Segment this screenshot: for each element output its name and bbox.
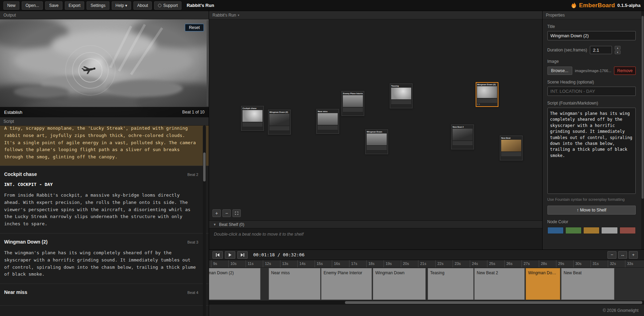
reset-button[interactable]: Reset	[185, 24, 204, 31]
timeline: 00:01:18 / 00:32:06 − ↔ + 9s10s11s12s13s…	[209, 249, 644, 316]
timeline-clips-track[interactable]: Wingman Down (2)Near missEnemy Plane Int…	[209, 268, 644, 300]
duration-decrement-button[interactable]: ▼	[615, 50, 621, 54]
node-color-swatch-blue[interactable]	[547, 227, 564, 234]
browse-button[interactable]: Browse...	[547, 67, 572, 75]
timeline-clip-wingman-down-2[interactable]: Wingman Down (2)	[526, 268, 560, 300]
beat-node-wingman-down[interactable]: Wingman Down	[365, 129, 388, 154]
clip-label: New Beat 2	[477, 270, 522, 275]
properties-scrollbar-thumb[interactable]	[642, 16, 644, 199]
script-area[interactable]: A tiny, scrappy monoplane, the 'Lucky St…	[0, 126, 209, 316]
timeline-zoom-in-button[interactable]: +	[629, 251, 638, 259]
beat-node-new-beat[interactable]: New Beat	[500, 136, 523, 160]
scene-heading-label: Scene Heading (optional)	[547, 80, 636, 85]
properties-panel: Properties Title Duration (sec.frames) ▲…	[543, 11, 644, 249]
node-canvas[interactable]: Cockpit chaseWingman Down (2)Near missEn…	[209, 19, 542, 220]
properties-scrollbar[interactable]	[641, 11, 644, 249]
move-to-shelf-button[interactable]: ↑ Move to Shelf	[547, 206, 636, 215]
skip-back-button[interactable]	[212, 251, 223, 259]
output-script-panel: Output	[0, 11, 209, 316]
menu-button-label: Open...	[26, 3, 39, 8]
beat-node-new-beat-2[interactable]: New Beat 2	[451, 125, 474, 149]
menu-button-save[interactable]: Save	[45, 1, 62, 10]
timeline-clip-wingman-down[interactable]: Wingman Down	[373, 268, 426, 300]
timeline-zoom-out-button[interactable]: −	[607, 251, 616, 259]
beat-node-wingman-down-2[interactable]: Wingman Down (2)2.1	[476, 82, 498, 107]
node-color-swatch-green[interactable]	[565, 227, 582, 234]
node-thumbnail	[269, 114, 289, 126]
play-button[interactable]	[225, 251, 235, 259]
copyright-text: © 2026 Gnomelight	[603, 308, 638, 313]
ruler-tick-18s: 18s	[366, 260, 375, 268]
node-thumbnail	[318, 113, 338, 125]
node-title: Wingman Down (2)	[269, 111, 289, 113]
beat-node-wingman-down-2[interactable]: Wingman Down (2)	[268, 110, 291, 135]
chevron-down-icon: ▾	[238, 13, 239, 17]
ruler-tick-32s: 32s	[608, 260, 616, 268]
transport-bar: 00:01:18 / 00:32:06 − ↔ +	[209, 250, 644, 260]
script-beat-near-miss[interactable]: Near missBeat 4	[0, 284, 209, 306]
ruler-tick-16s: 16s	[332, 260, 340, 268]
node-title: New Beat	[501, 137, 521, 139]
ruler-tick-13s: 13s	[280, 260, 288, 268]
script-beat-cockpit-chase[interactable]: Cockpit chaseBeat 2INT. COCKPIT - DAYFro…	[0, 166, 209, 234]
script-beat-establish[interactable]: A tiny, scrappy monoplane, the 'Lucky St…	[0, 126, 209, 166]
timeline-clip-enemy-plane-interior[interactable]: Enemy Plane Interior	[321, 268, 372, 300]
beat-node-teasing[interactable]: Teasing	[390, 83, 413, 108]
menu-button-open[interactable]: Open...	[22, 1, 43, 10]
ruler-tick-22s: 22s	[435, 260, 444, 268]
menu-button-about[interactable]: About	[133, 1, 152, 10]
graph-header[interactable]: Rabbit's Run ▾	[209, 11, 542, 19]
menu-button-help[interactable]: Help ▾	[112, 1, 131, 10]
script-scrollbar-thumb[interactable]	[203, 152, 206, 181]
beat-number: Beat 3	[187, 240, 198, 244]
node-title: Wingman Down (2)	[477, 83, 497, 86]
timeline-clip-near-miss[interactable]: Near miss	[269, 268, 320, 300]
timeline-clip-new-beat[interactable]: New Beat	[561, 268, 614, 300]
brand-version: 0.1.5-alpha	[617, 3, 641, 8]
upper-row: Rabbit's Run ▾ Cockpit chaseWingman Down…	[209, 11, 644, 249]
canvas-zoom-in-button[interactable]: +	[212, 209, 221, 217]
timeline-clip-teasing[interactable]: Teasing	[428, 268, 474, 300]
timeline-hscrollbar-thumb[interactable]	[345, 301, 642, 304]
center-column: Rabbit's Run ▾ Cockpit chaseWingman Down…	[209, 11, 644, 316]
node-duration	[318, 130, 338, 132]
remove-image-button[interactable]: Remove	[614, 67, 636, 75]
image-row: Browse... images/image-1766... Remove	[547, 67, 636, 75]
script-scrollbar[interactable]	[203, 126, 206, 316]
script-beat-wingman-down-2[interactable]: Wingman Down (2)Beat 3The wingman's plan…	[0, 234, 209, 284]
timeline-zoom-fit-button[interactable]: ↔	[618, 251, 627, 259]
title-input[interactable]	[547, 31, 636, 40]
duration-input[interactable]	[590, 46, 612, 54]
ruler-tick-17s: 17s	[349, 260, 357, 268]
node-title: Cockpit chase	[242, 107, 262, 109]
script-editor[interactable]: The wingman's plane has its wing complet…	[547, 108, 636, 194]
node-color-swatch-red[interactable]	[620, 227, 636, 234]
left-panel-scrollbar-thumb[interactable]	[207, 20, 208, 106]
script-beats: A tiny, scrappy monoplane, the 'Lucky St…	[0, 126, 209, 306]
node-color-swatch-gray[interactable]	[601, 227, 617, 234]
menu-button-settings[interactable]: Settings	[87, 1, 109, 10]
ruler-tick-12s: 12s	[263, 260, 271, 268]
beat-body: The wingman's plane has its wing complet…	[4, 249, 198, 278]
menu-button-export[interactable]: Export	[65, 1, 85, 10]
menu-button-support[interactable]: Support	[154, 1, 181, 10]
timeline-clip-wingman-down-2[interactable]: Wingman Down (2)	[209, 268, 260, 300]
node-color-swatch-tan[interactable]	[583, 227, 600, 234]
beat-title: Cockpit chase	[4, 171, 37, 177]
beat-node-cockpit-chase[interactable]: Cockpit chase	[241, 106, 264, 131]
duration-label: Duration (sec.frames)	[547, 48, 587, 52]
emberboard-logo-icon	[571, 2, 577, 9]
canvas-zoom-out-button[interactable]: −	[222, 209, 231, 217]
script-header-label: Script	[3, 119, 14, 124]
beat-node-near-miss[interactable]: Near miss	[316, 109, 339, 134]
beat-node-enemy-plane-interior[interactable]: Enemy Plane Interior	[341, 91, 364, 116]
timeline-clip-new-beat-2[interactable]: New Beat 2	[474, 268, 525, 300]
menu-button-new[interactable]: New	[3, 1, 19, 10]
scene-heading-input[interactable]	[547, 87, 636, 96]
timeline-hscrollbar[interactable]	[209, 300, 644, 305]
canvas-fit-view-button[interactable]	[232, 209, 241, 217]
skip-forward-button[interactable]	[237, 251, 248, 259]
duration-increment-button[interactable]: ▲	[615, 46, 621, 50]
timeline-ruler[interactable]: 9s10s11s12s13s14s15s16s17s18s19s20s21s22…	[209, 260, 644, 268]
beat-shelf-header[interactable]: ▼ Beat Shelf (0)	[209, 220, 542, 228]
